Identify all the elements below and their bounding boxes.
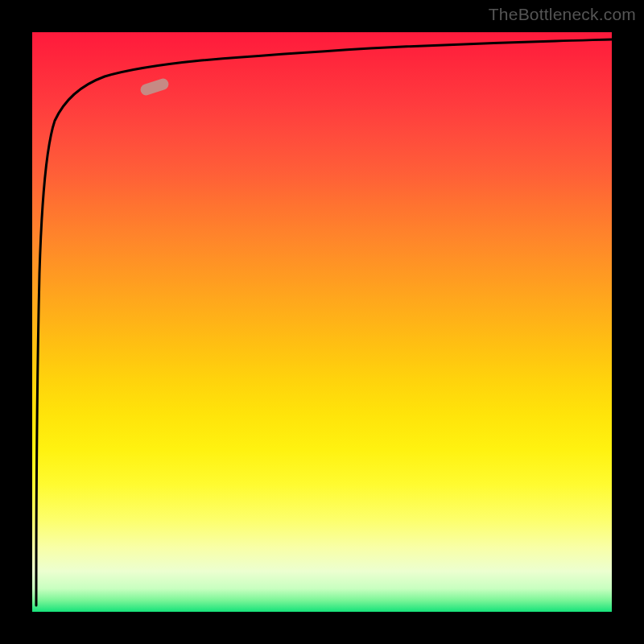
attribution-label: TheBottleneck.com	[489, 5, 636, 24]
main-curve	[36, 39, 612, 605]
chart-stage: TheBottleneck.com	[0, 0, 644, 644]
curve-marker	[139, 77, 171, 97]
marker-pill	[139, 77, 171, 97]
plot-area	[32, 32, 612, 612]
curve-svg	[32, 32, 612, 612]
